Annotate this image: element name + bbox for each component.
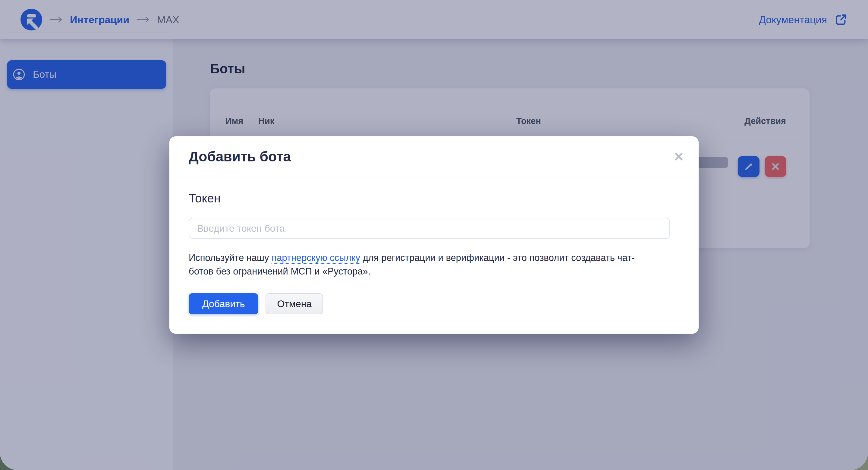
app-window: Интеграции MAX Документация <box>0 0 868 470</box>
modal-buttons: Добавить Отмена <box>189 293 679 314</box>
helper-prefix: Используйте нашу <box>189 253 272 263</box>
modal-header: Добавить бота <box>169 136 699 177</box>
modal-close-button[interactable] <box>673 150 685 163</box>
close-icon <box>673 150 685 163</box>
add-bot-modal: Добавить бота Токен Используйте нашу пар… <box>169 136 699 334</box>
cancel-button[interactable]: Отмена <box>266 293 323 314</box>
token-field-label: Токен <box>189 190 679 206</box>
modal-title: Добавить бота <box>189 148 291 165</box>
screen: Интеграции MAX Документация <box>0 0 868 470</box>
partner-link[interactable]: партнерскую ссылку <box>272 253 360 264</box>
helper-text: Используйте нашу партнерскую ссылку для … <box>189 251 659 278</box>
token-input[interactable] <box>189 218 670 239</box>
add-button[interactable]: Добавить <box>189 293 258 314</box>
modal-body: Токен Используйте нашу партнерскую ссылк… <box>169 177 699 314</box>
